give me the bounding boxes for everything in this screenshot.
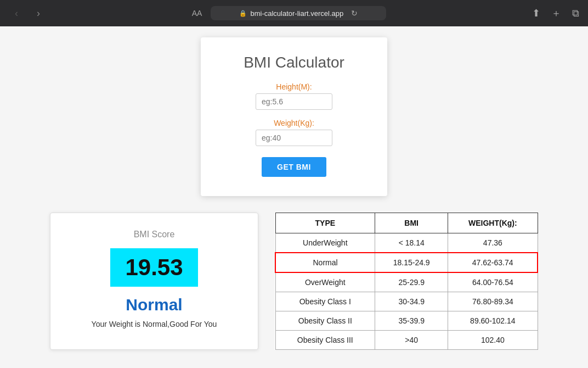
calculator-title: BMI Calculator [244, 54, 344, 71]
col-type: TYPE [275, 213, 375, 233]
table-row: Obesity Class III>40102.40 [275, 331, 538, 350]
bmi-score-card: BMI Score 19.53 Normal Your Weight is No… [50, 213, 258, 350]
weight-cell: 76.80-89.34 [448, 292, 538, 311]
table-header-row: TYPE BMI WEIGHT(Kg): [275, 213, 538, 233]
col-bmi: BMI [375, 213, 448, 233]
weight-cell: 64.00-76.54 [448, 272, 538, 292]
table-row: UnderWeight< 18.1447.36 [275, 233, 538, 253]
aa-label[interactable]: AA [192, 9, 202, 18]
bmi-cell: 25-29.9 [375, 272, 448, 292]
table-row: OverWeight25-29.964.00-76.54 [275, 272, 538, 292]
weight-input[interactable] [256, 130, 332, 146]
lock-icon: 🔒 [239, 10, 247, 17]
address-bar[interactable]: 🔒 bmi-calculator-liart.vercel.app ↻ [211, 6, 386, 20]
bmi-cell: 30-34.9 [375, 292, 448, 311]
height-label: Height(M): [234, 82, 354, 91]
table-row: Obesity Class I30-34.976.80-89.34 [275, 292, 538, 311]
weight-cell: 89.60-102.14 [448, 311, 538, 331]
type-cell: UnderWeight [275, 233, 375, 253]
back-button[interactable]: ‹ [9, 5, 24, 21]
browser-actions: ⬆ ＋ ⧉ [532, 7, 579, 20]
weight-label: Weight(Kg): [234, 119, 354, 127]
bmi-cell: >40 [375, 331, 448, 350]
bmi-score-number: 19.53 [125, 254, 183, 281]
bmi-cell: 35-39.9 [375, 311, 448, 331]
bmi-table: TYPE BMI WEIGHT(Kg): UnderWeight< 18.144… [275, 213, 538, 350]
table-row: Obesity Class II35-39.989.60-102.14 [275, 311, 538, 331]
browser-chrome: ‹ › AA 🔒 bmi-calculator-liart.vercel.app… [0, 0, 588, 26]
height-input[interactable] [256, 93, 332, 110]
type-cell: Obesity Class I [275, 292, 375, 311]
get-bmi-button[interactable]: GET BMI [262, 157, 326, 177]
bmi-score-label: BMI Score [134, 230, 175, 239]
results-section: BMI Score 19.53 Normal Your Weight is No… [31, 213, 557, 350]
weight-cell: 47.36 [448, 233, 538, 253]
bmi-table-container: TYPE BMI WEIGHT(Kg): UnderWeight< 18.144… [275, 213, 538, 350]
url-text: bmi-calculator-liart.vercel.app [250, 9, 343, 18]
share-button[interactable]: ⬆ [532, 7, 540, 19]
type-cell: Obesity Class III [275, 331, 375, 350]
type-cell: OverWeight [275, 272, 375, 292]
bmi-score-box: 19.53 [110, 248, 198, 287]
type-cell: Obesity Class II [275, 311, 375, 331]
weight-cell: 102.40 [448, 331, 538, 350]
bmi-message: Your Weight is Normal,Good For You [92, 320, 217, 328]
reload-button[interactable]: ↻ [351, 9, 358, 18]
weight-cell: 47.62-63.74 [448, 253, 538, 272]
table-row: Normal18.15-24.947.62-63.74 [275, 253, 538, 272]
bmi-category: Normal [126, 295, 182, 314]
bmi-cell: 18.15-24.9 [375, 253, 448, 272]
type-cell: Normal [275, 253, 375, 272]
new-tab-button[interactable]: ＋ [551, 7, 561, 20]
forward-button[interactable]: › [31, 5, 46, 21]
col-weight: WEIGHT(Kg): [448, 213, 538, 233]
bmi-cell: < 18.14 [375, 233, 448, 253]
page-content: BMI Calculator Height(M): Weight(Kg): GE… [0, 26, 588, 368]
address-bar-container: AA 🔒 bmi-calculator-liart.vercel.app ↻ [53, 6, 525, 20]
calculator-card: BMI Calculator Height(M): Weight(Kg): GE… [201, 37, 387, 196]
tabs-button[interactable]: ⧉ [572, 8, 579, 19]
